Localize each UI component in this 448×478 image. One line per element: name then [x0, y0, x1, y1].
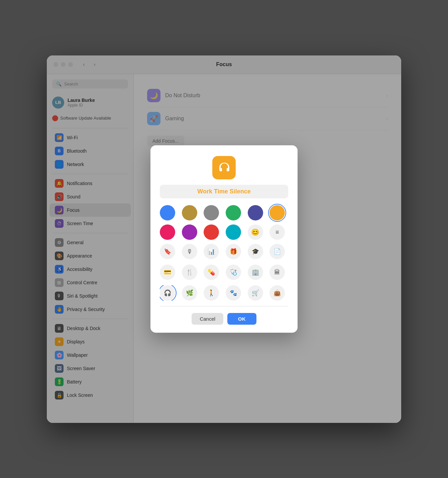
color-swatch-red[interactable]: [204, 224, 219, 240]
modal-app-icon: [212, 156, 236, 179]
icon-swatch-headphone[interactable]: 🎧: [160, 285, 175, 301]
icon-swatch-paw[interactable]: 🐾: [226, 285, 241, 301]
color-grid-row1: [160, 205, 288, 220]
icon-swatch-building[interactable]: 🏢: [248, 265, 263, 280]
modal-name-field[interactable]: Work Time Silence: [160, 185, 288, 198]
ok-button[interactable]: OK: [227, 313, 256, 325]
modal-overlay: Work Time Silence 😊: [47, 55, 401, 423]
modal-icon-area: [160, 156, 288, 179]
main-layout: 🔍 Search LB Laura Burke Apple ID Softwar…: [47, 74, 401, 423]
icon-swatch-gift[interactable]: 🎁: [226, 244, 241, 259]
color-swatch-list[interactable]: ≡: [269, 224, 285, 240]
icon-grid-row3-partial: 🎧 🌿 🚶 🐾 🛒 👜: [160, 285, 288, 301]
icon-swatch-pill[interactable]: 💊: [204, 265, 219, 280]
icon-swatch-steth[interactable]: 🩺: [226, 265, 241, 280]
cancel-button[interactable]: Cancel: [192, 313, 223, 325]
icon-grid-row1: 🔖 🎙 📊 🎁 🎓 📄: [160, 244, 288, 259]
modal-divider: [160, 306, 288, 306]
modal-dialog: Work Time Silence 😊: [150, 145, 298, 333]
color-swatch-emoji[interactable]: 😊: [248, 224, 263, 240]
icon-swatch-bookmark[interactable]: 🔖: [160, 244, 175, 259]
modal-name-text: Work Time Silence: [197, 188, 250, 195]
color-swatch-pink[interactable]: [160, 224, 175, 240]
icon-grid-row2: 💳 🍴 💊 🩺 🏢 🏛: [160, 265, 288, 280]
icon-swatch-fork[interactable]: 🍴: [182, 265, 197, 280]
icon-swatch-chart[interactable]: 📊: [204, 244, 219, 259]
color-swatch-orange[interactable]: [269, 205, 285, 220]
mac-window: ‹ › Focus 🔍 Search LB Laura Burke Apple …: [47, 55, 401, 423]
headphone-svg: [217, 161, 231, 174]
icon-swatch-mic[interactable]: 🎙: [182, 244, 197, 259]
icon-swatch-bag[interactable]: 👜: [269, 285, 285, 301]
color-swatch-teal[interactable]: [226, 224, 241, 240]
icon-swatch-person[interactable]: 🚶: [204, 285, 219, 301]
color-swatch-violet[interactable]: [182, 224, 197, 240]
icon-swatch-doc[interactable]: 📄: [269, 244, 285, 259]
icon-swatch-bank[interactable]: 🏛: [269, 265, 285, 280]
color-swatch-tan[interactable]: [182, 205, 197, 220]
modal-buttons: Cancel OK: [160, 313, 288, 325]
color-swatch-blue[interactable]: [160, 205, 175, 220]
icon-swatch-cart[interactable]: 🛒: [248, 285, 263, 301]
color-swatch-gray[interactable]: [204, 205, 219, 220]
icon-swatch-grad[interactable]: 🎓: [248, 244, 263, 259]
color-swatch-purple[interactable]: [248, 205, 263, 220]
color-swatch-green[interactable]: [226, 205, 241, 220]
color-grid-row2: 😊 ≡: [160, 224, 288, 240]
icon-swatch-leaf[interactable]: 🌿: [182, 285, 197, 301]
icon-swatch-card[interactable]: 💳: [160, 265, 175, 280]
